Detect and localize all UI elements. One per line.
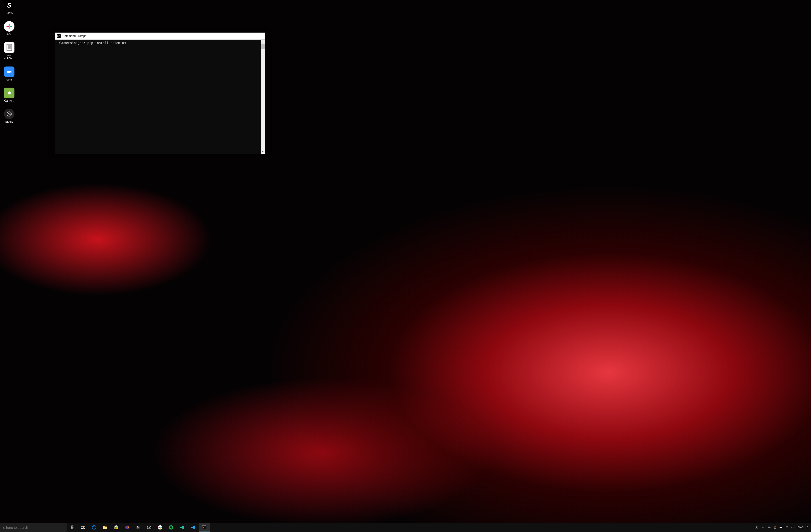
svg-rect-43 bbox=[782, 527, 782, 528]
minimize-icon bbox=[237, 35, 240, 37]
svg-point-38 bbox=[756, 527, 757, 528]
volume-icon bbox=[791, 526, 795, 529]
tray-overflow-button[interactable] bbox=[760, 523, 766, 532]
vscode-icon bbox=[180, 525, 185, 530]
minimize-button[interactable] bbox=[233, 33, 244, 40]
terminal-icon bbox=[202, 525, 207, 530]
tray-update-button[interactable] bbox=[772, 523, 778, 532]
chevron-up-icon bbox=[761, 526, 765, 529]
task-view-icon bbox=[80, 525, 86, 530]
svg-rect-24 bbox=[115, 528, 116, 528]
system-tray: ENG 0 bbox=[754, 523, 811, 532]
svg-rect-2 bbox=[9, 27, 10, 29]
terminal-body[interactable]: C:\Users\bajpa> pip install selenium bbox=[55, 40, 261, 154]
camera-icon bbox=[6, 69, 12, 75]
scroll-down-icon[interactable]: ▼ bbox=[261, 150, 265, 154]
taskbar-app-slack[interactable] bbox=[155, 523, 166, 532]
svg-rect-27 bbox=[116, 528, 117, 529]
task-view-button[interactable] bbox=[78, 523, 89, 532]
svg-rect-3 bbox=[6, 26, 9, 27]
obs-icon bbox=[6, 111, 12, 117]
tray-people-button[interactable] bbox=[754, 523, 760, 532]
spotify-icon bbox=[169, 525, 174, 530]
svg-rect-25 bbox=[116, 528, 117, 528]
titlebar[interactable]: C:\ Command Prompt bbox=[55, 33, 265, 40]
folder-icon bbox=[103, 525, 108, 530]
search-input[interactable] bbox=[3, 526, 63, 530]
cmd-icon: C:\ bbox=[57, 34, 61, 38]
tray-wifi-button[interactable] bbox=[784, 523, 790, 532]
document-icon bbox=[5, 44, 13, 51]
svg-rect-32 bbox=[160, 526, 160, 527]
taskbar-app-edge[interactable] bbox=[89, 523, 100, 532]
taskbar-app-store[interactable] bbox=[111, 523, 122, 532]
maximize-icon bbox=[248, 35, 250, 37]
taskbar-app-spotify[interactable] bbox=[166, 523, 177, 532]
mic-icon bbox=[70, 525, 75, 530]
battery-icon bbox=[779, 526, 783, 529]
close-icon bbox=[258, 35, 261, 37]
svg-point-14 bbox=[8, 113, 10, 114]
desktop-icon-slack[interactable]: ack bbox=[0, 21, 18, 36]
cortana-mic-button[interactable] bbox=[66, 523, 78, 532]
edge-icon bbox=[92, 525, 97, 530]
tray-volume-button[interactable] bbox=[790, 523, 796, 532]
svg-rect-21 bbox=[81, 526, 83, 528]
svg-rect-9 bbox=[7, 71, 10, 73]
store-icon bbox=[113, 525, 119, 530]
taskbar-app-vscode[interactable] bbox=[188, 523, 199, 532]
slack-icon bbox=[158, 525, 163, 530]
terminal-prompt: C:\Users\bajpa> bbox=[57, 41, 86, 45]
scroll-thumb[interactable] bbox=[261, 44, 265, 49]
taskbar-search[interactable] bbox=[0, 523, 66, 532]
tray-onedrive-button[interactable] bbox=[766, 523, 772, 532]
close-button[interactable] bbox=[254, 33, 265, 40]
taskbar: ENG 0 bbox=[0, 523, 811, 532]
desktop-icon-label: Studio bbox=[5, 120, 13, 123]
desktop-icon-label: Fonts bbox=[6, 12, 13, 15]
desktop-icon-label: oom bbox=[6, 78, 12, 81]
scrollbar[interactable]: ▲ ▼ bbox=[261, 40, 265, 154]
desktop-icon-zoom[interactable]: oom bbox=[0, 66, 18, 81]
svg-point-13 bbox=[7, 112, 12, 116]
taskbar-app-notion[interactable] bbox=[133, 523, 144, 532]
desktop-icon-word[interactable]: ew soft W... bbox=[0, 42, 18, 60]
desktop-icon-label: ack bbox=[7, 33, 12, 36]
firefox-icon bbox=[125, 525, 130, 530]
svg-rect-23 bbox=[103, 527, 107, 529]
svg-point-15 bbox=[9, 113, 11, 115]
desktop-icon-label: CamA... bbox=[4, 99, 14, 102]
tray-language-button[interactable]: ENG bbox=[796, 526, 805, 529]
svg-point-12 bbox=[10, 92, 10, 92]
maximize-button[interactable] bbox=[244, 33, 254, 40]
desktop-icons: S Fonts ack ew soft W... bbox=[0, 0, 18, 123]
svg-rect-22 bbox=[84, 526, 85, 528]
svg-rect-33 bbox=[160, 527, 162, 528]
desktop-icon-studio[interactable]: Studio bbox=[0, 109, 18, 123]
command-prompt-window[interactable]: C:\ Command Prompt C:\Users\bajpa> pip i… bbox=[55, 33, 265, 154]
taskbar-app-vscode-insiders[interactable] bbox=[177, 523, 188, 532]
scroll-track[interactable] bbox=[261, 44, 265, 150]
svg-point-45 bbox=[787, 528, 787, 529]
taskbar-app-command-prompt[interactable] bbox=[199, 523, 210, 532]
svg-rect-34 bbox=[160, 528, 160, 529]
taskbar-app-mail[interactable] bbox=[144, 523, 155, 532]
tray-clock[interactable]: 0 bbox=[805, 526, 810, 529]
desktop-icon-camapp[interactable]: CamA... bbox=[0, 88, 18, 102]
tray-battery-button[interactable] bbox=[778, 523, 784, 532]
svg-rect-20 bbox=[71, 526, 73, 528]
desktop-icon-fonts[interactable]: S Fonts bbox=[0, 0, 18, 15]
svg-rect-26 bbox=[115, 528, 116, 529]
svg-rect-44 bbox=[780, 527, 782, 528]
people-icon bbox=[755, 526, 759, 529]
svg-rect-0 bbox=[9, 24, 10, 26]
scroll-up-icon[interactable]: ▲ bbox=[261, 40, 265, 44]
wifi-icon bbox=[785, 526, 789, 529]
svg-point-41 bbox=[775, 527, 776, 528]
taskbar-app-file-explorer[interactable] bbox=[100, 523, 111, 532]
svg-rect-1 bbox=[10, 26, 12, 27]
terminal-command: pip install selenium bbox=[87, 41, 126, 45]
svg-rect-10 bbox=[8, 92, 11, 94]
taskbar-app-firefox[interactable] bbox=[122, 523, 133, 532]
svg-rect-17 bbox=[248, 35, 250, 37]
